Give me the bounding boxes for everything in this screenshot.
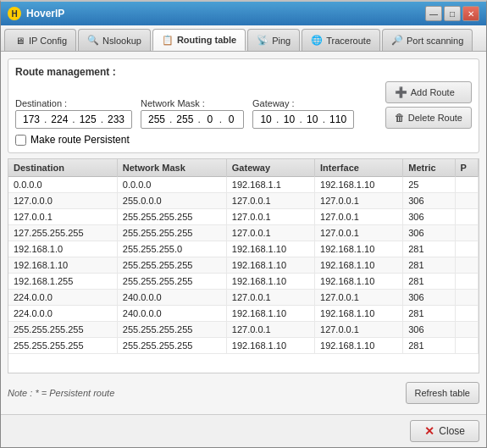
tab-routing-table[interactable]: 📋 Routing table — [152, 29, 246, 51]
mask-octet3[interactable] — [202, 113, 219, 125]
window-close-button[interactable]: ✕ — [462, 6, 479, 21]
cell-p — [455, 193, 479, 209]
cell-metric: 25 — [403, 177, 455, 193]
close-button[interactable]: ✕ Close — [410, 420, 479, 442]
add-route-button[interactable]: ➕ Add Route — [385, 81, 472, 103]
destination-octet3[interactable] — [76, 113, 100, 125]
table-row[interactable]: 192.168.1.255255.255.255.255192.168.1.10… — [8, 274, 479, 290]
maximize-button[interactable]: □ — [444, 6, 461, 21]
add-route-label: Add Route — [411, 87, 455, 97]
nslookup-icon: 🔍 — [87, 35, 99, 47]
cell-metric: 281 — [403, 274, 455, 290]
table-row[interactable]: 192.168.1.10255.255.255.255192.168.1.101… — [8, 257, 479, 274]
table-row[interactable]: 127.0.0.0255.0.0.0127.0.0.1127.0.0.1306 — [8, 193, 479, 209]
table-row[interactable]: 224.0.0.0240.0.0.0127.0.0.1127.0.0.1306 — [8, 290, 479, 306]
cell-network_mask: 255.255.255.255 — [117, 274, 226, 290]
delete-route-button[interactable]: 🗑 Delete Route — [385, 107, 472, 129]
section-title: Route management : — [15, 66, 472, 78]
title-bar-left: H HoverIP — [8, 7, 64, 20]
gateway-octet1[interactable] — [257, 113, 275, 125]
cell-destination: 224.0.0.0 — [8, 290, 117, 306]
sep1: . — [44, 113, 47, 125]
cell-interface: 127.0.0.1 — [315, 225, 403, 241]
mask-octet4[interactable] — [223, 113, 240, 125]
cell-interface: 192.168.1.10 — [315, 274, 403, 290]
cell-interface: 127.0.0.1 — [315, 322, 403, 338]
make-persistent-checkbox[interactable] — [15, 135, 26, 146]
cell-gateway: 127.0.0.1 — [226, 322, 314, 338]
network-mask-field-group: Network Mask : . . . — [141, 98, 244, 129]
cell-metric: 306 — [403, 193, 455, 209]
mask-octet2[interactable] — [173, 113, 196, 125]
tab-ping-label: Ping — [272, 36, 291, 46]
tab-ping[interactable]: 📡 Ping — [247, 29, 300, 51]
cell-network_mask: 255.255.255.255 — [117, 209, 226, 225]
destination-octet2[interactable] — [47, 113, 71, 125]
tab-ip-config[interactable]: 🖥 IP Config — [4, 29, 76, 51]
table-row[interactable]: 255.255.255.255255.255.255.255127.0.0.11… — [8, 322, 479, 338]
table-footer: Note : * = Persistent route Refresh tabl… — [8, 379, 479, 407]
tab-port-scanning-label: Port scanning — [407, 36, 463, 46]
tab-port-scanning[interactable]: 🔎 Port scanning — [382, 29, 473, 51]
sep3: . — [101, 113, 103, 125]
cell-destination: 192.168.1.10 — [8, 257, 117, 274]
minimize-button[interactable]: — — [425, 6, 442, 21]
main-window: H HoverIP — □ ✕ 🖥 IP Config 🔍 Nslookup 📋… — [0, 0, 487, 448]
table-row[interactable]: 224.0.0.0240.0.0.0192.168.1.10192.168.1.… — [8, 306, 479, 322]
cell-interface: 127.0.0.1 — [315, 290, 403, 306]
tab-bar: 🖥 IP Config 🔍 Nslookup 📋 Routing table 📡… — [1, 25, 486, 52]
cell-metric: 306 — [403, 225, 455, 241]
app-icon: H — [8, 7, 21, 20]
cell-gateway: 127.0.0.1 — [226, 193, 314, 209]
title-bar: H HoverIP — □ ✕ — [1, 2, 486, 25]
refresh-table-button[interactable]: Refresh table — [406, 382, 479, 404]
mask-octet1[interactable] — [145, 113, 169, 125]
routing-table-container[interactable]: Destination Network Mask Gateway Interfa… — [8, 158, 479, 373]
destination-octet4[interactable] — [104, 113, 128, 125]
table-row[interactable]: 255.255.255.255255.255.255.255192.168.1.… — [8, 338, 479, 354]
cell-destination: 224.0.0.0 — [8, 306, 117, 322]
network-mask-input[interactable]: . . . — [141, 110, 244, 129]
route-management-panel: Route management : Destination : . . . — [8, 58, 479, 153]
cell-p — [455, 290, 479, 306]
cell-metric: 306 — [403, 209, 455, 225]
msep1: . — [169, 113, 172, 125]
table-row[interactable]: 0.0.0.00.0.0.0192.168.1.1192.168.1.1025 — [8, 177, 479, 193]
cell-destination: 192.168.1.0 — [8, 241, 117, 257]
cell-interface: 192.168.1.10 — [315, 257, 403, 274]
destination-octet1[interactable] — [19, 113, 43, 125]
cell-destination: 255.255.255.255 — [8, 322, 117, 338]
cell-destination: 0.0.0.0 — [8, 177, 117, 193]
cell-p — [455, 257, 479, 274]
gateway-input[interactable]: . . . — [252, 110, 354, 129]
gateway-octet3[interactable] — [303, 113, 322, 125]
cell-destination: 192.168.1.255 — [8, 274, 117, 290]
cell-gateway: 127.0.0.1 — [226, 290, 314, 306]
msep2: . — [197, 113, 200, 125]
tab-traceroute[interactable]: 🌐 Traceroute — [302, 29, 380, 51]
destination-input[interactable]: . . . — [15, 110, 132, 129]
col-gateway: Gateway — [226, 159, 314, 177]
gateway-octet4[interactable] — [326, 113, 350, 125]
gateway-field-group: Gateway : . . . — [252, 98, 354, 129]
cell-destination: 127.255.255.255 — [8, 225, 117, 241]
table-row[interactable]: 127.0.0.1255.255.255.255127.0.0.1127.0.0… — [8, 209, 479, 225]
table-header-row: Destination Network Mask Gateway Interfa… — [8, 159, 479, 177]
cell-p — [455, 322, 479, 338]
tab-routing-table-label: Routing table — [177, 35, 236, 45]
cell-p — [455, 338, 479, 354]
window-title: HoverIP — [26, 8, 64, 19]
cell-metric: 281 — [403, 241, 455, 257]
tab-traceroute-label: Traceroute — [326, 36, 371, 46]
table-row[interactable]: 192.168.1.0255.255.255.0192.168.1.10192.… — [8, 241, 479, 257]
gateway-octet2[interactable] — [279, 113, 298, 125]
table-row[interactable]: 127.255.255.255255.255.255.255127.0.0.11… — [8, 225, 479, 241]
gsep2: . — [299, 113, 302, 125]
cell-gateway: 192.168.1.10 — [226, 241, 314, 257]
cell-gateway: 192.168.1.10 — [226, 338, 314, 354]
tab-nslookup[interactable]: 🔍 Nslookup — [78, 29, 151, 51]
delete-route-icon: 🗑 — [395, 112, 405, 124]
cell-metric: 306 — [403, 290, 455, 306]
cell-network_mask: 255.255.255.255 — [117, 322, 226, 338]
add-route-icon: ➕ — [395, 86, 407, 98]
